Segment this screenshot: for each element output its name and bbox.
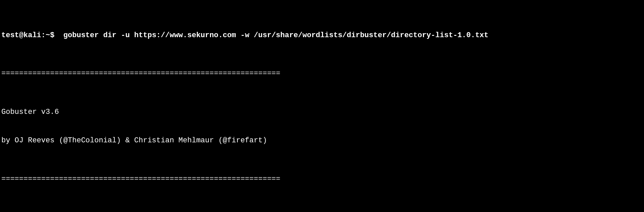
terminal[interactable]: test@kali:~$ gobuster dir -u https://www… bbox=[0, 0, 644, 212]
banner-version: Gobuster v3.6 bbox=[1, 108, 643, 117]
divider: ========================================… bbox=[1, 174, 643, 184]
banner-authors: by OJ Reeves (@TheColonial) & Christian … bbox=[1, 136, 643, 146]
prompt-user-host: test@kali:~$ bbox=[1, 31, 54, 40]
divider: ========================================… bbox=[1, 69, 643, 79]
prompt-line: test@kali:~$ gobuster dir -u https://www… bbox=[1, 31, 643, 41]
command-input[interactable]: gobuster dir -u https://www.sekurno.com … bbox=[59, 31, 489, 40]
